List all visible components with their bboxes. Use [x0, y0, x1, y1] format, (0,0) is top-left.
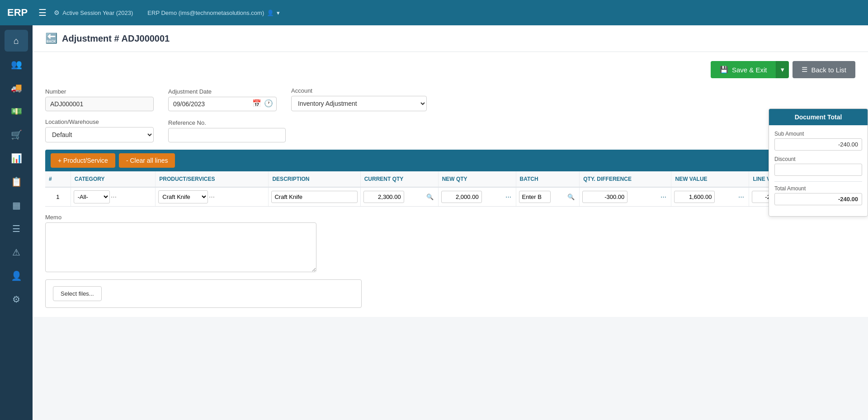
memo-section: Memo	[45, 214, 855, 274]
page-header: 🔙 Adjustment # ADJ000001	[33, 25, 868, 52]
sidebar: ⌂ 👥 🚚 💵 🛒 📊 📋 ▦ ☰ ⚠ 👤 ⚙	[0, 25, 33, 420]
form-area: 💾 Save & Exit ▾ ☰ Back to List Number	[33, 52, 868, 317]
sidebar-item-delivery[interactable]: 🚚	[5, 77, 28, 99]
account-label: Account	[291, 87, 427, 94]
memo-label: Memo	[45, 214, 855, 221]
sidebar-item-home[interactable]: ⌂	[5, 30, 28, 52]
category-select[interactable]: -All-	[74, 190, 110, 203]
save-exit-dropdown-button[interactable]: ▾	[776, 61, 789, 78]
form-group-adj-date: Adjustment Date 📅 🕐	[168, 88, 277, 111]
add-product-service-button[interactable]: + Product/Service	[51, 153, 115, 168]
sidebar-item-documents[interactable]: 📋	[5, 171, 28, 193]
account-select[interactable]: Inventory Adjustment	[291, 96, 427, 111]
save-exit-label: Save & Exit	[732, 66, 767, 74]
sidebar-item-person[interactable]: 👤	[5, 265, 28, 287]
batch-search-icon[interactable]: 🔍	[567, 193, 575, 200]
user-label: ERP Demo (ims@technometasolutions.com)	[147, 9, 264, 16]
current-qty-input[interactable]	[363, 191, 404, 203]
sidebar-item-settings[interactable]: ⚙	[5, 288, 28, 310]
ref-label: Reference No.	[168, 119, 286, 126]
page-title: Adjustment # ADJ000001	[62, 33, 170, 44]
gear-icon: ⚙	[54, 9, 60, 16]
memo-textarea[interactable]	[45, 222, 316, 272]
adj-date-label: Adjustment Date	[168, 88, 277, 95]
clock-icon[interactable]: 🕐	[264, 99, 273, 108]
row-description	[269, 187, 360, 207]
total-amount-label: Total Amount	[774, 185, 862, 192]
back-arrow-icon: 🔙	[45, 33, 57, 44]
form-row-1: Number Adjustment Date 📅 🕐 Account Inven…	[45, 87, 855, 111]
new-qty-search-icon[interactable]: ⋯	[505, 193, 511, 200]
sidebar-item-list[interactable]: ☰	[5, 218, 28, 240]
new-value-icon: ⋯	[738, 193, 744, 200]
total-amount-row: Total Amount	[774, 185, 862, 205]
line-items-section: + Product/Service - Clear all lines # CA…	[45, 150, 855, 207]
current-qty-search-icon[interactable]: 🔍	[426, 193, 434, 200]
description-input[interactable]	[271, 191, 357, 203]
file-upload-area: Select files...	[45, 279, 362, 308]
save-exit-group: 💾 Save & Exit ▾	[711, 61, 789, 78]
date-icons: 📅 🕐	[252, 99, 273, 108]
row-current-qty: 🔍	[360, 187, 438, 207]
new-qty-input[interactable]	[441, 191, 482, 203]
sidebar-item-cart[interactable]: 🛒	[5, 124, 28, 146]
document-total-panel: Document Total Sub Amount Discount Total…	[769, 109, 868, 217]
batch-input[interactable]	[519, 191, 551, 203]
category-expand-icon: ⋯	[111, 193, 117, 200]
document-total-body: Sub Amount Discount Total Amount	[769, 125, 868, 216]
row-num: 1	[45, 187, 71, 207]
sub-amount-input[interactable]	[774, 138, 862, 151]
discount-input[interactable]	[774, 164, 862, 176]
new-value-input[interactable]	[674, 191, 715, 203]
col-description: DESCRIPTION	[269, 171, 360, 187]
app-logo: ERP	[7, 7, 28, 19]
number-input[interactable]	[45, 97, 154, 111]
location-label: Location/Warehouse	[45, 118, 154, 125]
col-category: CATEGORY	[71, 171, 156, 187]
sidebar-item-warning[interactable]: ⚠	[5, 241, 28, 263]
session-info: ⚙ Active Session Year (2023)	[54, 9, 133, 16]
ref-input[interactable]	[168, 128, 286, 142]
hamburger-menu[interactable]: ☰	[38, 7, 47, 18]
col-new-value: NEW VALUE	[671, 171, 749, 187]
top-navigation: ERP ☰ ⚙ Active Session Year (2023) ERP D…	[0, 0, 868, 25]
table-row: 1 -All- ⋯ Craft Knife ⋯	[45, 187, 855, 207]
sidebar-item-finance[interactable]: 💵	[5, 100, 28, 122]
dropdown-chevron-icon: ▾	[781, 66, 784, 73]
list-icon: ☰	[802, 66, 807, 74]
clear-all-lines-button[interactable]: - Clear all lines	[119, 153, 175, 168]
document-total-header: Document Total	[769, 109, 868, 125]
discount-label: Discount	[774, 156, 862, 162]
location-select[interactable]: Default	[45, 127, 154, 142]
col-new-qty: NEW QTY	[438, 171, 516, 187]
col-product: PRODUCT/SERVICES	[156, 171, 269, 187]
user-icon: 👤	[267, 9, 274, 16]
row-batch: 🔍	[516, 187, 580, 207]
calendar-icon[interactable]: 📅	[252, 99, 261, 108]
sub-amount-label: Sub Amount	[774, 131, 862, 137]
back-to-list-button[interactable]: ☰ Back to List	[793, 61, 855, 78]
qty-diff-icon: ⋯	[660, 193, 666, 200]
product-select[interactable]: Craft Knife	[158, 190, 208, 203]
row-qty-diff: ⋯	[580, 187, 671, 207]
main-content: 🔙 Adjustment # ADJ000001 💾 Save & Exit ▾…	[33, 25, 868, 420]
select-files-button[interactable]: Select files...	[53, 286, 102, 301]
save-exit-button[interactable]: 💾 Save & Exit	[711, 61, 776, 78]
row-category: -All- ⋯	[71, 187, 156, 207]
sidebar-item-users[interactable]: 👥	[5, 53, 28, 75]
form-row-2: Location/Warehouse Default Reference No.	[45, 118, 855, 142]
total-amount-input[interactable]	[774, 193, 862, 205]
dropdown-icon[interactable]: ▾	[277, 9, 280, 16]
row-new-value: ⋯	[671, 187, 749, 207]
sidebar-item-barcode[interactable]: ▦	[5, 194, 28, 216]
file-upload-section: Select files...	[45, 279, 855, 308]
back-to-list-label: Back to List	[811, 66, 846, 74]
form-group-account: Account Inventory Adjustment	[291, 87, 427, 111]
sidebar-item-reports[interactable]: 📊	[5, 147, 28, 169]
qty-diff-input[interactable]	[582, 191, 627, 203]
total-divider	[774, 181, 862, 182]
table-header-row: # CATEGORY PRODUCT/SERVICES DESCRIPTION …	[45, 171, 855, 187]
table-body: 1 -All- ⋯ Craft Knife ⋯	[45, 187, 855, 207]
form-group-location: Location/Warehouse Default	[45, 118, 154, 142]
sub-amount-row: Sub Amount	[774, 131, 862, 151]
